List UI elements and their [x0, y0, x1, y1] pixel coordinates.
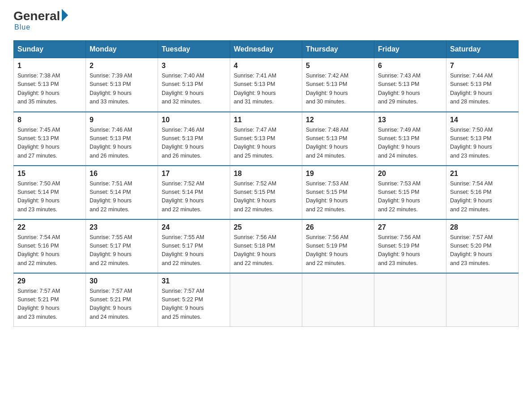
calendar-table: SundayMondayTuesdayWednesdayThursdayFrid…: [13, 40, 519, 327]
day-info: Sunrise: 7:57 AM Sunset: 5:21 PM Dayligh…: [17, 287, 82, 322]
calendar-day-cell: 10 Sunrise: 7:46 AM Sunset: 5:13 PM Dayl…: [158, 112, 230, 166]
day-number: 20: [378, 170, 442, 178]
calendar-day-cell: 1 Sunrise: 7:38 AM Sunset: 5:13 PM Dayli…: [14, 58, 86, 112]
day-info: Sunrise: 7:55 AM Sunset: 5:17 PM Dayligh…: [162, 233, 226, 268]
day-info: Sunrise: 7:45 AM Sunset: 5:13 PM Dayligh…: [17, 126, 82, 161]
day-info: Sunrise: 7:41 AM Sunset: 5:13 PM Dayligh…: [234, 72, 298, 107]
day-number: 8: [17, 116, 82, 124]
weekday-header-monday: Monday: [86, 41, 158, 58]
calendar-day-cell: 4 Sunrise: 7:41 AM Sunset: 5:13 PM Dayli…: [230, 58, 302, 112]
calendar-day-cell: [230, 273, 302, 327]
day-info: Sunrise: 7:44 AM Sunset: 5:13 PM Dayligh…: [450, 72, 515, 107]
calendar-day-cell: 25 Sunrise: 7:56 AM Sunset: 5:18 PM Dayl…: [230, 219, 302, 273]
calendar-day-cell: [446, 273, 519, 327]
calendar-week-row: 22 Sunrise: 7:54 AM Sunset: 5:16 PM Dayl…: [14, 219, 519, 273]
logo: General Blue: [13, 9, 68, 31]
calendar-day-cell: 22 Sunrise: 7:54 AM Sunset: 5:16 PM Dayl…: [14, 219, 86, 273]
day-number: 1: [17, 62, 82, 70]
calendar-day-cell: 6 Sunrise: 7:43 AM Sunset: 5:13 PM Dayli…: [374, 58, 446, 112]
day-info: Sunrise: 7:57 AM Sunset: 5:20 PM Dayligh…: [450, 233, 515, 268]
day-number: 16: [90, 170, 154, 178]
day-number: 2: [90, 62, 154, 70]
weekday-header-saturday: Saturday: [446, 41, 519, 58]
day-info: Sunrise: 7:53 AM Sunset: 5:15 PM Dayligh…: [378, 180, 442, 214]
day-number: 15: [17, 170, 82, 178]
calendar-day-cell: 30 Sunrise: 7:57 AM Sunset: 5:21 PM Dayl…: [86, 273, 158, 327]
day-info: Sunrise: 7:54 AM Sunset: 5:16 PM Dayligh…: [17, 233, 82, 268]
calendar-day-cell: 27 Sunrise: 7:56 AM Sunset: 5:19 PM Dayl…: [374, 219, 446, 273]
day-info: Sunrise: 7:47 AM Sunset: 5:13 PM Dayligh…: [234, 126, 298, 161]
day-info: Sunrise: 7:50 AM Sunset: 5:14 PM Dayligh…: [17, 180, 82, 214]
day-number: 23: [90, 223, 154, 231]
day-info: Sunrise: 7:50 AM Sunset: 5:13 PM Dayligh…: [450, 126, 515, 161]
calendar-day-cell: 3 Sunrise: 7:40 AM Sunset: 5:13 PM Dayli…: [158, 58, 230, 112]
logo-blue-text: Blue: [14, 23, 30, 31]
calendar-day-cell: 13 Sunrise: 7:49 AM Sunset: 5:13 PM Dayl…: [374, 112, 446, 166]
day-number: 7: [450, 62, 515, 70]
calendar-day-cell: 20 Sunrise: 7:53 AM Sunset: 5:15 PM Dayl…: [374, 166, 446, 219]
day-info: Sunrise: 7:39 AM Sunset: 5:13 PM Dayligh…: [90, 72, 154, 107]
logo-general-text: General: [13, 9, 60, 23]
day-number: 5: [306, 62, 370, 70]
day-number: 21: [450, 170, 515, 178]
calendar-day-cell: 19 Sunrise: 7:53 AM Sunset: 5:15 PM Dayl…: [302, 166, 374, 219]
calendar-week-row: 1 Sunrise: 7:38 AM Sunset: 5:13 PM Dayli…: [14, 58, 519, 112]
calendar-day-cell: 14 Sunrise: 7:50 AM Sunset: 5:13 PM Dayl…: [446, 112, 519, 166]
day-info: Sunrise: 7:51 AM Sunset: 5:14 PM Dayligh…: [90, 180, 154, 214]
calendar-day-cell: 5 Sunrise: 7:42 AM Sunset: 5:13 PM Dayli…: [302, 58, 374, 112]
day-number: 14: [450, 116, 515, 124]
day-number: 29: [17, 277, 82, 285]
weekday-header-row: SundayMondayTuesdayWednesdayThursdayFrid…: [14, 41, 519, 58]
day-info: Sunrise: 7:56 AM Sunset: 5:19 PM Dayligh…: [378, 233, 442, 268]
day-info: Sunrise: 7:54 AM Sunset: 5:16 PM Dayligh…: [450, 180, 515, 214]
day-number: 18: [234, 170, 298, 178]
day-number: 3: [162, 62, 226, 70]
day-info: Sunrise: 7:52 AM Sunset: 5:14 PM Dayligh…: [162, 180, 226, 214]
day-info: Sunrise: 7:52 AM Sunset: 5:15 PM Dayligh…: [234, 180, 298, 214]
day-info: Sunrise: 7:55 AM Sunset: 5:17 PM Dayligh…: [90, 233, 154, 268]
calendar-week-row: 29 Sunrise: 7:57 AM Sunset: 5:21 PM Dayl…: [14, 273, 519, 327]
calendar-day-cell: 23 Sunrise: 7:55 AM Sunset: 5:17 PM Dayl…: [86, 219, 158, 273]
day-number: 13: [378, 116, 442, 124]
calendar-day-cell: 2 Sunrise: 7:39 AM Sunset: 5:13 PM Dayli…: [86, 58, 158, 112]
calendar-week-row: 15 Sunrise: 7:50 AM Sunset: 5:14 PM Dayl…: [14, 166, 519, 219]
day-number: 30: [90, 277, 154, 285]
calendar-day-cell: 9 Sunrise: 7:46 AM Sunset: 5:13 PM Dayli…: [86, 112, 158, 166]
day-number: 17: [162, 170, 226, 178]
day-number: 6: [378, 62, 442, 70]
day-number: 26: [306, 223, 370, 231]
day-info: Sunrise: 7:40 AM Sunset: 5:13 PM Dayligh…: [162, 72, 226, 107]
weekday-header-thursday: Thursday: [302, 41, 374, 58]
day-number: 25: [234, 223, 298, 231]
calendar-day-cell: 17 Sunrise: 7:52 AM Sunset: 5:14 PM Dayl…: [158, 166, 230, 219]
day-number: 27: [378, 223, 442, 231]
day-info: Sunrise: 7:57 AM Sunset: 5:21 PM Dayligh…: [90, 287, 154, 322]
header: General Blue: [13, 9, 519, 31]
calendar-week-row: 8 Sunrise: 7:45 AM Sunset: 5:13 PM Dayli…: [14, 112, 519, 166]
day-number: 19: [306, 170, 370, 178]
day-number: 31: [162, 277, 226, 285]
day-number: 22: [17, 223, 82, 231]
calendar-day-cell: 8 Sunrise: 7:45 AM Sunset: 5:13 PM Dayli…: [14, 112, 86, 166]
day-number: 28: [450, 223, 515, 231]
calendar-day-cell: 24 Sunrise: 7:55 AM Sunset: 5:17 PM Dayl…: [158, 219, 230, 273]
day-info: Sunrise: 7:42 AM Sunset: 5:13 PM Dayligh…: [306, 72, 370, 107]
day-info: Sunrise: 7:46 AM Sunset: 5:13 PM Dayligh…: [90, 126, 154, 161]
day-number: 11: [234, 116, 298, 124]
calendar-day-cell: 31 Sunrise: 7:57 AM Sunset: 5:22 PM Dayl…: [158, 273, 230, 327]
calendar-day-cell: 15 Sunrise: 7:50 AM Sunset: 5:14 PM Dayl…: [14, 166, 86, 219]
day-info: Sunrise: 7:38 AM Sunset: 5:13 PM Dayligh…: [17, 72, 82, 107]
calendar-day-cell: 12 Sunrise: 7:48 AM Sunset: 5:13 PM Dayl…: [302, 112, 374, 166]
calendar-day-cell: 21 Sunrise: 7:54 AM Sunset: 5:16 PM Dayl…: [446, 166, 519, 219]
weekday-header-sunday: Sunday: [14, 41, 86, 58]
weekday-header-tuesday: Tuesday: [158, 41, 230, 58]
logo-arrow-icon: [62, 9, 68, 21]
weekday-header-wednesday: Wednesday: [230, 41, 302, 58]
calendar-day-cell: 26 Sunrise: 7:56 AM Sunset: 5:19 PM Dayl…: [302, 219, 374, 273]
day-info: Sunrise: 7:48 AM Sunset: 5:13 PM Dayligh…: [306, 126, 370, 161]
day-number: 4: [234, 62, 298, 70]
weekday-header-friday: Friday: [374, 41, 446, 58]
day-info: Sunrise: 7:53 AM Sunset: 5:15 PM Dayligh…: [306, 180, 370, 214]
day-number: 12: [306, 116, 370, 124]
calendar-day-cell: 16 Sunrise: 7:51 AM Sunset: 5:14 PM Dayl…: [86, 166, 158, 219]
